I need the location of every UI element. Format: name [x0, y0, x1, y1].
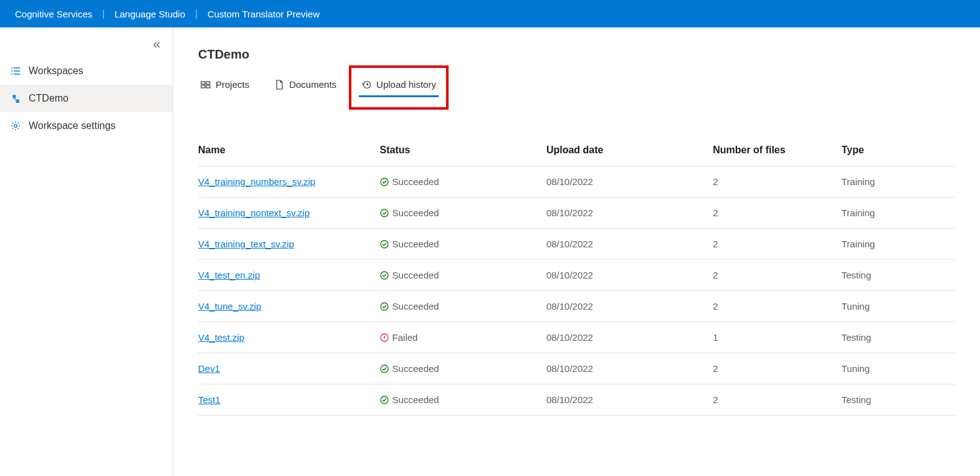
tabs: ProjectsDocumentsUpload history: [173, 74, 980, 97]
success-icon: [380, 396, 389, 404]
table-row: V4_tune_sv.zipSucceeded08/10/20222Tuning: [198, 291, 955, 322]
documents-icon: [274, 80, 284, 90]
file-link[interactable]: Dev1: [198, 363, 220, 374]
success-icon: [380, 271, 389, 280]
sidebar-item-label: Workspace settings: [29, 120, 115, 131]
tab-label: Documents: [289, 79, 336, 90]
main-content: CTDemo ProjectsDocumentsUpload history N…: [173, 27, 980, 476]
file-count: 2: [713, 229, 842, 260]
list-icon: [10, 65, 21, 77]
svg-rect-2: [206, 82, 210, 84]
column-header-name[interactable]: Name: [198, 135, 380, 166]
file-link[interactable]: V4_test_en.zip: [198, 270, 260, 280]
upload-history-table: NameStatusUpload dateNumber of filesType…: [198, 135, 955, 416]
upload-date: 08/10/2022: [546, 384, 713, 416]
table-row: V4_training_nontext_sv.zipSucceeded08/10…: [198, 198, 955, 229]
status-text: Succeeded: [392, 176, 439, 187]
status-text: Succeeded: [392, 239, 439, 249]
chevron-double-left-icon: [153, 41, 160, 49]
file-count: 2: [713, 166, 842, 198]
success-icon: [380, 240, 389, 249]
tab-projects[interactable]: Projects: [198, 74, 252, 97]
status-text: Succeeded: [392, 394, 439, 405]
status-text: Succeeded: [392, 301, 439, 312]
file-count: 2: [713, 260, 842, 291]
column-header-status[interactable]: Status: [380, 135, 546, 166]
svg-rect-3: [201, 85, 205, 88]
success-icon: [380, 364, 389, 373]
file-type: Testing: [842, 322, 955, 353]
status-text: Failed: [392, 332, 418, 343]
file-type: Testing: [842, 384, 955, 416]
svg-point-0: [14, 125, 17, 128]
table-row: V4_training_text_sv.zipSucceeded08/10/20…: [198, 229, 955, 260]
tab-label: Upload history: [376, 79, 436, 90]
success-icon: [380, 178, 389, 186]
sidebar-item-workspaces[interactable]: Workspaces: [0, 57, 173, 85]
file-type: Training: [842, 229, 955, 260]
upload-date: 08/10/2022: [546, 291, 713, 322]
status-text: Succeeded: [392, 363, 439, 374]
translate-icon: [10, 93, 21, 104]
table-row: V4_test.zipFailed08/10/20221Testing: [198, 322, 955, 353]
upload-date: 08/10/2022: [546, 198, 713, 229]
topbar: Cognitive Services | Language Studio | C…: [0, 0, 980, 27]
upload-date: 08/10/2022: [546, 229, 713, 260]
gear-icon: [10, 120, 21, 131]
file-type: Tuning: [842, 291, 955, 322]
sidebar-item-label: CTDemo: [29, 93, 69, 104]
upload-date: 08/10/2022: [546, 322, 713, 353]
file-count: 2: [713, 353, 842, 384]
svg-rect-1: [201, 82, 205, 84]
topbar-separator: |: [195, 9, 197, 19]
upload-date: 08/10/2022: [546, 260, 713, 291]
sidebar-item-label: Workspaces: [29, 65, 83, 77]
upload-date: 08/10/2022: [546, 166, 713, 198]
topbar-link-language-studio[interactable]: Language Studio: [115, 9, 185, 19]
file-type: Tuning: [842, 353, 955, 384]
topbar-link-custom-translator[interactable]: Custom Translator Preview: [207, 9, 320, 19]
success-icon: [380, 302, 389, 311]
file-link[interactable]: V4_training_text_sv.zip: [198, 239, 294, 249]
column-header-upload-date[interactable]: Upload date: [546, 135, 713, 166]
status-text: Succeeded: [392, 270, 439, 280]
success-icon: [380, 209, 389, 217]
projects-icon: [201, 80, 211, 90]
tab-label: Projects: [216, 79, 249, 90]
table-row: V4_training_numbers_sv.zipSucceeded08/10…: [198, 166, 955, 198]
file-type: Testing: [842, 260, 955, 291]
tab-upload-history[interactable]: Upload history: [359, 74, 439, 97]
tab-documents[interactable]: Documents: [272, 74, 339, 97]
status-text: Succeeded: [392, 207, 439, 218]
page-title: CTDemo: [173, 47, 980, 62]
file-type: Training: [842, 198, 955, 229]
column-header-type[interactable]: Type: [842, 135, 955, 166]
file-link[interactable]: V4_test.zip: [198, 332, 244, 343]
topbar-separator: |: [102, 9, 105, 19]
file-count: 1: [713, 322, 842, 353]
sidebar: WorkspacesCTDemoWorkspace settings: [0, 27, 173, 476]
file-link[interactable]: V4_training_numbers_sv.zip: [198, 176, 315, 187]
file-link[interactable]: Test1: [198, 394, 221, 405]
table-row: Dev1Succeeded08/10/20222Tuning: [198, 353, 955, 384]
file-count: 2: [713, 198, 842, 229]
sidebar-item-ctdemo[interactable]: CTDemo: [0, 85, 173, 112]
history-icon: [361, 80, 371, 90]
table-row: V4_test_en.zipSucceeded08/10/20222Testin…: [198, 260, 955, 291]
file-link[interactable]: V4_training_nontext_sv.zip: [198, 207, 310, 218]
svg-rect-4: [206, 85, 210, 88]
file-type: Training: [842, 166, 955, 198]
table-row: Test1Succeeded08/10/20222Testing: [198, 384, 955, 416]
file-count: 2: [713, 291, 842, 322]
collapse-sidebar-button[interactable]: [153, 41, 160, 50]
sidebar-item-workspace-settings[interactable]: Workspace settings: [0, 112, 173, 140]
column-header-number-of-files[interactable]: Number of files: [713, 135, 842, 166]
upload-date: 08/10/2022: [546, 353, 713, 384]
file-link[interactable]: V4_tune_sv.zip: [198, 301, 261, 312]
file-count: 2: [713, 384, 842, 416]
topbar-link-cognitive-services[interactable]: Cognitive Services: [15, 9, 92, 19]
error-icon: [380, 333, 389, 342]
